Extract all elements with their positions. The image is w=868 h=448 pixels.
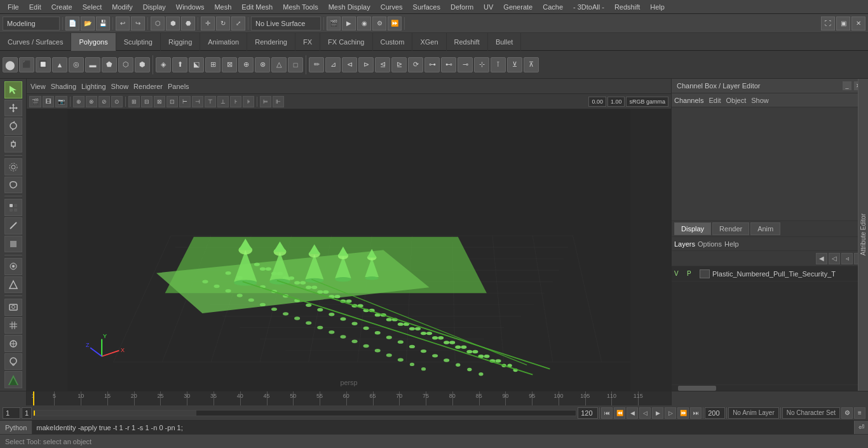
char-set-settings-btn[interactable]: ⚙ (841, 407, 853, 419)
rotate-tool[interactable] (4, 118, 22, 135)
layers-options-tab[interactable]: Options (698, 240, 722, 248)
tab-custom[interactable]: Custom (373, 33, 413, 51)
shelf-append-btn[interactable]: ⊵ (391, 57, 407, 72)
menu-curves[interactable]: Curves (376, 2, 408, 12)
tab-rendering[interactable]: Rendering (247, 33, 295, 51)
move-tool-btn[interactable]: ✛ (201, 17, 215, 31)
shelf-cylinder-btn[interactable]: 🔲 (36, 57, 51, 72)
menu-surfaces[interactable]: Surfaces (408, 2, 445, 12)
frame-start-field[interactable] (3, 407, 20, 419)
layer-v-indicator[interactable]: V (674, 270, 684, 277)
menu-mesh[interactable]: Mesh (209, 2, 236, 12)
lasso-tool-btn[interactable]: ⬢ (166, 17, 180, 31)
vp-menu-show[interactable]: Show (111, 83, 129, 90)
vp-dof-btn[interactable]: ⊧ (243, 96, 254, 107)
menu-generate[interactable]: Generate (498, 2, 538, 12)
pb-step-fwd[interactable]: ▷ (665, 407, 676, 419)
shelf-smooth-btn[interactable]: ⊗ (255, 57, 270, 72)
vp-menu-shading[interactable]: Shading (51, 83, 76, 90)
vp-isolate-btn[interactable]: ⊨ (260, 96, 271, 107)
camera-tool[interactable] (4, 299, 22, 316)
shelf-circularize-btn[interactable]: ⊻ (507, 57, 522, 72)
redo-btn[interactable]: ↪ (131, 17, 145, 31)
display-tab-anim[interactable]: Anim (750, 222, 780, 235)
pb-next-key[interactable]: ⏩ (677, 407, 689, 419)
menu-select[interactable]: Select (78, 2, 107, 12)
vp-menu-view[interactable]: View (31, 83, 46, 90)
viewport-canvas[interactable]: X Y Z persp (27, 109, 671, 391)
render-settings-btn[interactable]: ⚙ (372, 17, 386, 31)
scale-tool-btn[interactable]: ⤢ (231, 17, 245, 31)
menu-mesh-display[interactable]: Mesh Display (323, 2, 376, 12)
tab-redshift[interactable]: Redshift (447, 33, 488, 51)
scale-tool[interactable] (4, 136, 22, 153)
pb-prev-key[interactable]: ⏪ (614, 407, 625, 419)
shelf-quad-btn[interactable]: □ (288, 57, 303, 72)
grid-tool[interactable] (4, 317, 22, 334)
shelf-split-btn[interactable]: ⊸ (458, 57, 473, 72)
menu-redshift[interactable]: Redshift (609, 2, 645, 12)
undo-btn[interactable]: ↩ (116, 17, 130, 31)
fullscreen-btn[interactable]: ⛶ (821, 17, 835, 31)
menu-mesh-tools[interactable]: Mesh Tools (278, 2, 323, 12)
layers-help-tab[interactable]: Help (724, 240, 739, 248)
vp-tex-btn[interactable]: ⊡ (166, 96, 178, 107)
vp-motion-btn[interactable]: ⊦ (230, 96, 241, 107)
command-input[interactable]: makeIdentity -apply true -t 1 -r 1 -s 1 … (32, 421, 854, 434)
shelf-prism-btn[interactable]: ⬟ (102, 57, 117, 72)
pb-skip-end[interactable]: ⏭ (690, 407, 702, 419)
select-tool[interactable] (4, 81, 22, 98)
vp-wire-btn[interactable]: ⊟ (141, 96, 153, 107)
vp-menu-renderer[interactable]: Renderer (133, 83, 163, 90)
vp-cam-btn2[interactable]: 📷 (55, 96, 67, 107)
shelf-separate-btn[interactable]: ⊠ (222, 57, 237, 72)
shelf-sphere-btn[interactable]: ⬤ (3, 57, 18, 72)
paint-weights-tool[interactable] (4, 353, 22, 370)
python-label[interactable]: Python (0, 421, 32, 434)
display-tab-display[interactable]: Display (674, 222, 711, 235)
tab-rigging[interactable]: Rigging (161, 33, 200, 51)
menu-deform[interactable]: Deform (445, 2, 478, 12)
tab-polygons[interactable]: Polygons (71, 33, 116, 51)
show-tab[interactable]: Show (751, 97, 769, 104)
shelf-flip-btn[interactable]: ⟳ (408, 57, 423, 72)
vp-light-btn[interactable]: ⊢ (179, 96, 191, 107)
shelf-pipe-btn[interactable]: ⬢ (135, 57, 150, 72)
vp-shadow-btn[interactable]: ⊣ (192, 96, 203, 107)
transform-tool[interactable] (4, 276, 22, 294)
face-select[interactable] (4, 236, 22, 253)
menu-create[interactable]: Create (46, 2, 78, 12)
layers-h-scrollbar[interactable] (672, 384, 868, 391)
shelf-paint-btn[interactable]: ✏ (309, 57, 324, 72)
settings-btn[interactable]: ✕ (851, 17, 865, 31)
new-scene-btn[interactable]: 📄 (65, 17, 79, 31)
vp-hud-btn[interactable]: ⊩ (273, 96, 284, 107)
vp-snap2[interactable]: ⊗ (86, 96, 97, 107)
menu-file[interactable]: File (3, 2, 24, 12)
vp-colorspace[interactable]: sRGB gamma (626, 97, 668, 107)
menu-edit-mesh[interactable]: Edit Mesh (236, 2, 278, 12)
tab-fx[interactable]: FX (295, 33, 320, 51)
rotate-tool-btn[interactable]: ↻ (216, 17, 230, 31)
shelf-cone-btn[interactable]: ▲ (52, 57, 67, 72)
shelf-boolean-btn[interactable]: ⊕ (238, 57, 254, 72)
shelf-wedge-btn[interactable]: ⊹ (474, 57, 489, 72)
tab-animation[interactable]: Animation (200, 33, 247, 51)
range-end2-field[interactable] (705, 407, 725, 419)
frame-end-field[interactable] (578, 407, 598, 419)
command-enter-btn[interactable]: ⏎ (854, 421, 868, 435)
render-seq-btn[interactable]: ⏩ (388, 17, 402, 31)
shelf-combine-btn[interactable]: ⊞ (205, 57, 220, 72)
shelf-fill-btn[interactable]: ⊴ (375, 57, 390, 72)
vertex-select[interactable] (4, 199, 22, 216)
shelf-plane-btn[interactable]: ▬ (85, 57, 100, 72)
shelf-torus-btn[interactable]: ◎ (69, 57, 84, 72)
shelf-mirror-btn[interactable]: ⊳ (358, 57, 374, 72)
open-scene-btn[interactable]: 📂 (81, 17, 95, 31)
display-tab-render[interactable]: Render (712, 222, 749, 235)
layer-new-btn[interactable]: ◀ (816, 253, 827, 264)
shelf-crease-btn[interactable]: ⊿ (325, 57, 341, 72)
vp-snap3[interactable]: ⊘ (98, 96, 110, 107)
vp-ssao-btn[interactable]: ⊥ (217, 96, 229, 107)
char-set-extra-btn[interactable]: ≡ (854, 407, 865, 419)
